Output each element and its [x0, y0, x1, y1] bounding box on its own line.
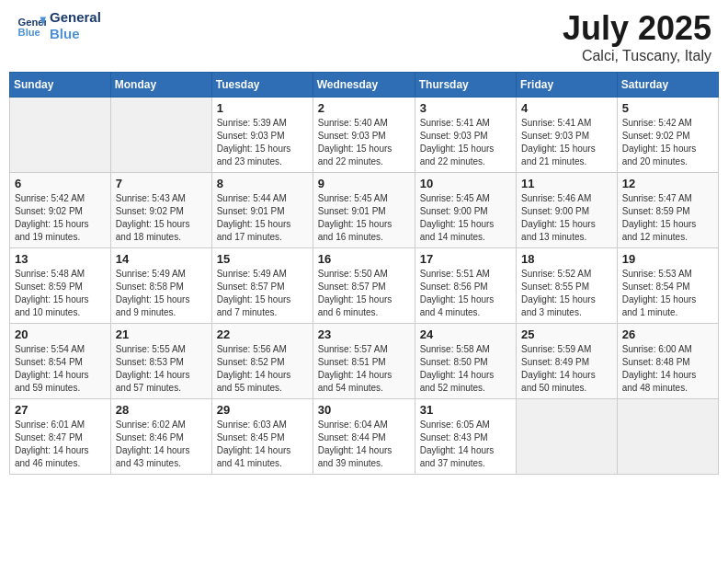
day-number: 15 [217, 252, 308, 266]
calendar-cell: 2Sunrise: 5:40 AM Sunset: 9:03 PM Daylig… [313, 98, 415, 173]
day-number: 30 [318, 403, 410, 417]
day-number: 24 [420, 327, 511, 341]
day-info: Sunrise: 5:48 AM Sunset: 8:59 PM Dayligh… [15, 268, 106, 319]
day-info: Sunrise: 5:49 AM Sunset: 8:58 PM Dayligh… [116, 268, 207, 319]
calendar-table: SundayMondayTuesdayWednesdayThursdayFrid… [9, 72, 719, 475]
logo-icon: General Blue [17, 11, 46, 40]
day-info: Sunrise: 5:56 AM Sunset: 8:52 PM Dayligh… [217, 343, 308, 395]
weekday-header-thursday: Thursday [415, 73, 516, 98]
day-info: Sunrise: 5:52 AM Sunset: 8:55 PM Dayligh… [521, 268, 612, 319]
day-info: Sunrise: 5:41 AM Sunset: 9:03 PM Dayligh… [521, 117, 612, 168]
day-number: 25 [521, 327, 612, 341]
calendar-cell: 4Sunrise: 5:41 AM Sunset: 9:03 PM Daylig… [517, 98, 618, 173]
weekday-header-saturday: Saturday [617, 73, 718, 98]
calendar-cell: 8Sunrise: 5:44 AM Sunset: 9:01 PM Daylig… [211, 173, 313, 248]
calendar-cell: 6Sunrise: 5:42 AM Sunset: 9:02 PM Daylig… [10, 173, 111, 248]
calendar-cell: 22Sunrise: 5:56 AM Sunset: 8:52 PM Dayli… [211, 324, 313, 399]
calendar-week-row-5: 27Sunrise: 6:01 AM Sunset: 8:47 PM Dayli… [10, 399, 719, 475]
calendar-week-row-3: 13Sunrise: 5:48 AM Sunset: 8:59 PM Dayli… [10, 248, 719, 324]
day-number: 6 [15, 177, 106, 190]
calendar-cell: 24Sunrise: 5:58 AM Sunset: 8:50 PM Dayli… [415, 324, 516, 399]
calendar-cell: 19Sunrise: 5:53 AM Sunset: 8:54 PM Dayli… [617, 248, 718, 324]
weekday-header-row: SundayMondayTuesdayWednesdayThursdayFrid… [10, 73, 719, 98]
day-info: Sunrise: 6:02 AM Sunset: 8:46 PM Dayligh… [116, 419, 207, 470]
calendar-cell: 31Sunrise: 6:05 AM Sunset: 8:43 PM Dayli… [415, 399, 516, 475]
day-info: Sunrise: 5:59 AM Sunset: 8:49 PM Dayligh… [521, 343, 612, 395]
calendar-cell: 1Sunrise: 5:39 AM Sunset: 9:03 PM Daylig… [211, 98, 313, 173]
calendar-cell: 13Sunrise: 5:48 AM Sunset: 8:59 PM Dayli… [10, 248, 111, 324]
calendar-cell [617, 399, 718, 475]
weekday-header-sunday: Sunday [10, 73, 111, 98]
day-info: Sunrise: 5:40 AM Sunset: 9:03 PM Dayligh… [318, 117, 410, 168]
calendar-cell: 28Sunrise: 6:02 AM Sunset: 8:46 PM Dayli… [110, 399, 211, 475]
day-number: 10 [420, 177, 511, 190]
day-info: Sunrise: 5:39 AM Sunset: 9:03 PM Dayligh… [217, 117, 308, 168]
calendar-cell: 11Sunrise: 5:46 AM Sunset: 9:00 PM Dayli… [517, 173, 618, 248]
weekday-header-wednesday: Wednesday [313, 73, 415, 98]
day-info: Sunrise: 5:53 AM Sunset: 8:54 PM Dayligh… [622, 268, 713, 319]
day-info: Sunrise: 6:03 AM Sunset: 8:45 PM Dayligh… [217, 419, 308, 470]
calendar-cell: 21Sunrise: 5:55 AM Sunset: 8:53 PM Dayli… [110, 324, 211, 399]
day-number: 18 [521, 252, 612, 266]
day-info: Sunrise: 6:00 AM Sunset: 8:48 PM Dayligh… [622, 343, 713, 395]
day-info: Sunrise: 5:46 AM Sunset: 9:00 PM Dayligh… [521, 192, 612, 244]
day-number: 5 [622, 101, 713, 115]
day-info: Sunrise: 5:50 AM Sunset: 8:57 PM Dayligh… [318, 268, 410, 319]
day-number: 14 [116, 252, 207, 266]
logo-blue: Blue [50, 26, 101, 42]
day-info: Sunrise: 5:57 AM Sunset: 8:51 PM Dayligh… [318, 343, 410, 395]
day-number: 1 [217, 101, 308, 115]
calendar-cell: 18Sunrise: 5:52 AM Sunset: 8:55 PM Dayli… [517, 248, 618, 324]
day-number: 4 [521, 101, 612, 115]
calendar-cell: 27Sunrise: 6:01 AM Sunset: 8:47 PM Dayli… [10, 399, 111, 475]
calendar-cell: 12Sunrise: 5:47 AM Sunset: 8:59 PM Dayli… [617, 173, 718, 248]
logo: General Blue General Blue [17, 9, 101, 42]
weekday-header-tuesday: Tuesday [211, 73, 313, 98]
calendar-cell [10, 98, 111, 173]
weekday-header-friday: Friday [517, 73, 618, 98]
calendar-cell: 23Sunrise: 5:57 AM Sunset: 8:51 PM Dayli… [313, 324, 415, 399]
day-number: 20 [15, 327, 106, 341]
day-info: Sunrise: 5:42 AM Sunset: 9:02 PM Dayligh… [15, 192, 106, 244]
calendar-cell: 7Sunrise: 5:43 AM Sunset: 9:02 PM Daylig… [110, 173, 211, 248]
calendar-week-row-4: 20Sunrise: 5:54 AM Sunset: 8:54 PM Dayli… [10, 324, 719, 399]
calendar-week-row-2: 6Sunrise: 5:42 AM Sunset: 9:02 PM Daylig… [10, 173, 719, 248]
day-number: 12 [622, 177, 713, 190]
day-number: 16 [318, 252, 410, 266]
day-info: Sunrise: 5:49 AM Sunset: 8:57 PM Dayligh… [217, 268, 308, 319]
calendar-cell: 14Sunrise: 5:49 AM Sunset: 8:58 PM Dayli… [110, 248, 211, 324]
day-number: 13 [15, 252, 106, 266]
day-info: Sunrise: 5:58 AM Sunset: 8:50 PM Dayligh… [420, 343, 511, 395]
month-title: July 2025 [563, 9, 711, 48]
calendar-cell: 30Sunrise: 6:04 AM Sunset: 8:44 PM Dayli… [313, 399, 415, 475]
calendar-cell: 17Sunrise: 5:51 AM Sunset: 8:56 PM Dayli… [415, 248, 516, 324]
calendar-cell: 29Sunrise: 6:03 AM Sunset: 8:45 PM Dayli… [211, 399, 313, 475]
calendar-cell: 9Sunrise: 5:45 AM Sunset: 9:01 PM Daylig… [313, 173, 415, 248]
calendar-cell: 25Sunrise: 5:59 AM Sunset: 8:49 PM Dayli… [517, 324, 618, 399]
calendar-cell: 20Sunrise: 5:54 AM Sunset: 8:54 PM Dayli… [10, 324, 111, 399]
calendar-cell: 26Sunrise: 6:00 AM Sunset: 8:48 PM Dayli… [617, 324, 718, 399]
day-number: 3 [420, 101, 511, 115]
day-info: Sunrise: 5:54 AM Sunset: 8:54 PM Dayligh… [15, 343, 106, 395]
logo-general: General [50, 9, 101, 26]
day-number: 26 [622, 327, 713, 341]
day-number: 28 [116, 403, 207, 417]
calendar-cell: 16Sunrise: 5:50 AM Sunset: 8:57 PM Dayli… [313, 248, 415, 324]
day-info: Sunrise: 5:44 AM Sunset: 9:01 PM Dayligh… [217, 192, 308, 244]
day-info: Sunrise: 5:55 AM Sunset: 8:53 PM Dayligh… [116, 343, 207, 395]
calendar-cell [110, 98, 211, 173]
day-info: Sunrise: 6:01 AM Sunset: 8:47 PM Dayligh… [15, 419, 106, 470]
day-info: Sunrise: 5:43 AM Sunset: 9:02 PM Dayligh… [116, 192, 207, 244]
day-info: Sunrise: 5:51 AM Sunset: 8:56 PM Dayligh… [420, 268, 511, 319]
day-info: Sunrise: 5:42 AM Sunset: 9:02 PM Dayligh… [622, 117, 713, 168]
title-block: July 2025 Calci, Tuscany, Italy [563, 9, 711, 64]
day-number: 22 [217, 327, 308, 341]
calendar-cell: 10Sunrise: 5:45 AM Sunset: 9:00 PM Dayli… [415, 173, 516, 248]
day-info: Sunrise: 5:47 AM Sunset: 8:59 PM Dayligh… [622, 192, 713, 244]
weekday-header-monday: Monday [110, 73, 211, 98]
day-number: 7 [116, 177, 207, 190]
calendar-cell: 15Sunrise: 5:49 AM Sunset: 8:57 PM Dayli… [211, 248, 313, 324]
svg-text:Blue: Blue [18, 27, 40, 38]
day-number: 21 [116, 327, 207, 341]
calendar-week-row-1: 1Sunrise: 5:39 AM Sunset: 9:03 PM Daylig… [10, 98, 719, 173]
